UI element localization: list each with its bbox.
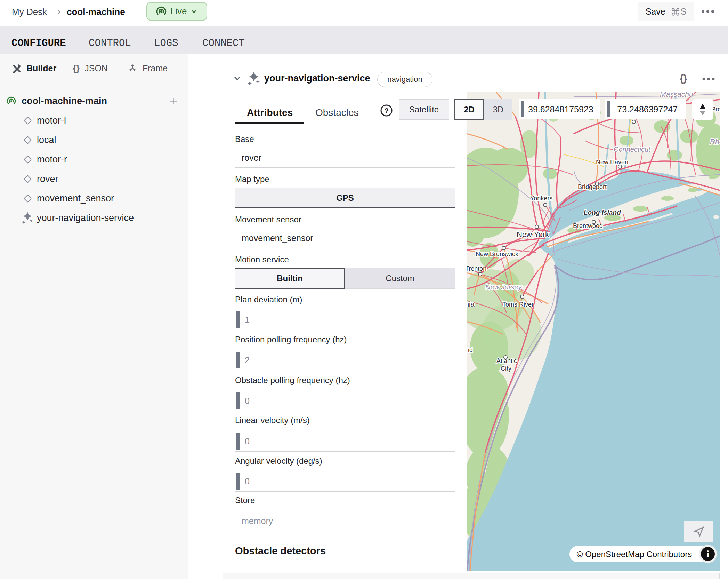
svg-text:nia: nia: [467, 300, 475, 308]
svg-text:New Jersey: New Jersey: [485, 283, 522, 291]
svg-text:New York: New York: [517, 230, 549, 239]
svg-text:Trenton: Trenton: [467, 265, 486, 272]
svg-text:Toms River: Toms River: [502, 301, 534, 308]
svg-text:nd: nd: [467, 347, 473, 354]
svg-text:Brentwood: Brentwood: [573, 222, 603, 229]
svg-text:Yonkers: Yonkers: [530, 195, 552, 202]
svg-text:New Brunswick: New Brunswick: [476, 251, 519, 257]
svg-text:Massachu: Massachu: [660, 92, 693, 98]
svg-text:Connecticut: Connecticut: [614, 145, 651, 153]
svg-text:New Haven: New Haven: [596, 159, 628, 166]
svg-text:City: City: [501, 365, 511, 372]
svg-text:Bridgeport: Bridgeport: [578, 183, 607, 190]
svg-text:Long Island: Long Island: [584, 209, 621, 216]
svg-text:Rhod: Rhod: [710, 137, 720, 145]
svg-text:Atlantic: Atlantic: [496, 357, 517, 364]
svg-text:?: ?: [384, 107, 388, 114]
